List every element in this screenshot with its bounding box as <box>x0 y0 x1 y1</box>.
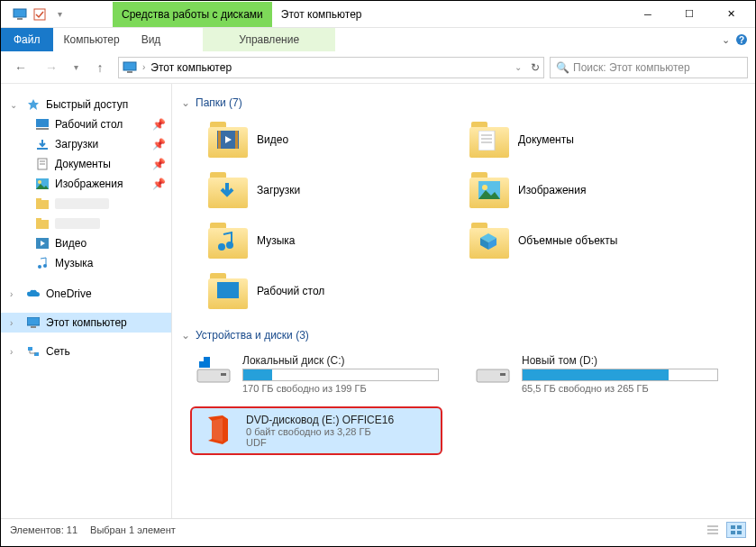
file-tab[interactable]: Файл <box>1 28 53 51</box>
folder-pictures[interactable]: Изображения <box>469 169 713 212</box>
close-button[interactable]: ✕ <box>710 2 751 27</box>
help-icon[interactable]: ? <box>735 33 748 46</box>
folders-section-header[interactable]: ⌄ Папки (7) <box>181 96 755 109</box>
drive-free-text: 170 ГБ свободно из 199 ГБ <box>242 383 439 394</box>
nav-desktop[interactable]: Рабочий стол📌 <box>1 114 171 134</box>
manage-tab[interactable]: Управление <box>203 28 335 51</box>
svg-point-21 <box>43 264 47 268</box>
status-item-count: Элементов: 11 <box>10 524 77 535</box>
qat-dropdown-icon[interactable]: ▾ <box>51 6 68 23</box>
music-icon <box>35 256 50 270</box>
svg-rect-23 <box>31 326 36 328</box>
drive-name: DVD-дисковод (E:) OFFICE16 <box>246 414 435 426</box>
monitor-icon <box>123 61 137 74</box>
nav-onedrive[interactable]: ›OneDrive <box>1 284 171 304</box>
cloud-icon <box>26 287 41 301</box>
folder-music[interactable]: Музыка <box>208 219 451 262</box>
nav-network[interactable]: ›Сеть <box>1 342 171 361</box>
svg-rect-15 <box>36 200 49 209</box>
svg-rect-16 <box>36 198 41 201</box>
drive-d[interactable]: Новый том (D:) 65,5 ГБ свободно из 265 Г… <box>469 351 722 397</box>
chevron-right-icon[interactable]: › <box>10 289 21 299</box>
blurred-text <box>55 218 100 229</box>
nav-downloads[interactable]: Загрузки📌 <box>1 134 171 154</box>
computer-tab[interactable]: Компьютер <box>53 28 131 51</box>
downloads-icon <box>35 137 50 151</box>
folder-documents[interactable]: Документы <box>469 118 713 161</box>
view-large-icons-button[interactable] <box>726 522 746 538</box>
chevron-right-icon[interactable]: › <box>10 347 21 357</box>
drive-usage-bar <box>242 369 439 381</box>
monitor-icon[interactable] <box>12 6 28 23</box>
refresh-icon[interactable]: ↻ <box>531 61 540 74</box>
svg-rect-39 <box>221 373 226 376</box>
folder-desktop[interactable]: Рабочий стол <box>208 269 451 313</box>
svg-rect-6 <box>127 71 132 73</box>
svg-rect-22 <box>27 317 40 325</box>
address-text: Этот компьютер <box>150 61 232 74</box>
nav-folder-blur1[interactable] <box>1 194 171 214</box>
view-details-button[interactable] <box>703 522 723 538</box>
pictures-icon <box>35 177 50 191</box>
chevron-right-icon: › <box>142 62 145 72</box>
monitor-icon <box>26 315 41 330</box>
folder-videos-icon <box>208 122 248 158</box>
folder-label: Музыка <box>257 234 295 247</box>
nav-videos[interactable]: Видео <box>1 233 171 253</box>
address-bar[interactable]: › Этот компьютер ⌄ ↻ <box>118 57 544 78</box>
svg-point-35 <box>218 243 225 251</box>
svg-rect-50 <box>737 531 742 534</box>
chevron-right-icon[interactable]: › <box>10 318 21 328</box>
drive-free-text: 0 байт свободно из 3,28 ГБ <box>246 426 435 437</box>
office-icon <box>197 414 237 446</box>
search-placeholder: Поиск: Этот компьютер <box>573 61 690 74</box>
view-tab[interactable]: Вид <box>131 28 172 51</box>
svg-rect-2 <box>34 9 45 20</box>
drive-name: Новый том (D:) <box>522 354 718 367</box>
context-tab-header: Средства работы с дисками <box>113 2 272 27</box>
minimize-button[interactable]: ─ <box>627 2 669 27</box>
chevron-down-icon[interactable]: ⌄ <box>181 96 190 109</box>
maximize-button[interactable]: ☐ <box>669 2 710 27</box>
nav-folder-blur2[interactable] <box>1 214 171 233</box>
svg-point-36 <box>226 242 233 249</box>
drive-c[interactable]: Локальный диск (C:) 170 ГБ свободно из 1… <box>190 351 442 397</box>
recent-dropdown[interactable]: ▾ <box>69 55 82 80</box>
folder-downloads[interactable]: Загрузки <box>208 169 451 212</box>
nav-pictures[interactable]: Изображения📌 <box>1 174 171 194</box>
forward-button[interactable]: → <box>39 55 64 80</box>
folder-icon <box>35 196 50 211</box>
svg-rect-29 <box>478 131 495 150</box>
search-box[interactable]: 🔍 Поиск: Этот компьютер <box>550 57 748 78</box>
folder-videos[interactable]: Видео <box>208 118 451 161</box>
svg-rect-24 <box>28 347 32 351</box>
address-row: ← → ▾ ↑ › Этот компьютер ⌄ ↻ 🔍 Поиск: Эт… <box>1 51 755 84</box>
nav-this-pc[interactable]: ›Этот компьютер <box>1 313 171 333</box>
documents-icon <box>35 157 50 171</box>
svg-rect-47 <box>731 525 735 529</box>
nav-quick-access[interactable]: ⌄ Быстрый доступ <box>1 95 171 114</box>
title-bar: ▾ Средства работы с дисками Этот компьют… <box>1 1 755 28</box>
svg-rect-43 <box>500 373 506 376</box>
drive-usage-bar <box>522 369 718 381</box>
address-dropdown-icon[interactable]: ⌄ <box>515 62 522 72</box>
folder-3dobjects[interactable]: Объемные объекты <box>469 219 713 262</box>
chevron-down-icon[interactable]: ⌄ <box>10 100 21 110</box>
chevron-down-icon[interactable]: ⌄ <box>181 329 190 342</box>
devices-section-header[interactable]: ⌄ Устройства и диски (3) <box>181 329 755 342</box>
folder-pictures-icon <box>469 172 509 208</box>
ribbon-expand-icon[interactable]: ⌄ <box>722 34 730 46</box>
nav-music[interactable]: Музыка <box>1 253 171 273</box>
svg-rect-28 <box>235 131 238 149</box>
folder-music-icon <box>208 223 248 259</box>
up-button[interactable]: ↑ <box>87 55 113 80</box>
back-button[interactable]: ← <box>8 55 33 80</box>
folder-3d-icon <box>469 223 509 259</box>
folder-label: Документы <box>518 133 574 146</box>
svg-rect-0 <box>14 9 26 17</box>
properties-icon[interactable] <box>32 6 48 23</box>
drive-dvd-office[interactable]: DVD-дисковод (E:) OFFICE16 0 байт свобод… <box>190 406 442 455</box>
drive-name: Локальный диск (C:) <box>242 354 439 367</box>
nav-documents[interactable]: Документы📌 <box>1 154 171 174</box>
svg-rect-9 <box>37 148 48 150</box>
